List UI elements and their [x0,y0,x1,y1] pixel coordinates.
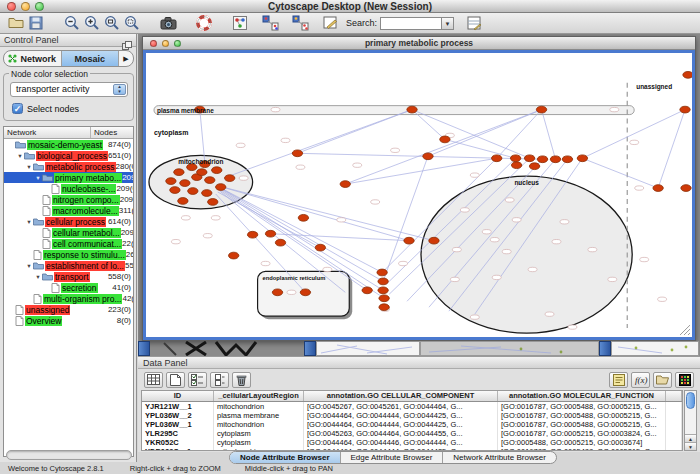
select-all-attributes-icon[interactable] [144,372,163,388]
unselect-attributes-icon[interactable] [210,372,229,388]
network-node[interactable] [178,198,188,205]
search-dropdown-arrow-icon[interactable]: ▼ [442,17,454,30]
network-node[interactable] [216,184,226,191]
table-column-header[interactable]: ID [142,391,214,401]
tree-row[interactable]: response to stimulu...264(0) [4,249,133,260]
scroll-up-icon[interactable]: ▲ [685,434,696,442]
tab-overflow-arrow[interactable]: ▶ [119,51,133,66]
network-node[interactable] [680,106,690,113]
network-node[interactable] [170,187,180,194]
network-node[interactable] [511,162,521,169]
network-node[interactable] [197,169,207,176]
table-scrollbar[interactable]: ▲ ▼ [684,390,697,451]
network-node[interactable] [292,150,302,157]
background-window-fragment[interactable] [316,341,420,356]
tree-row[interactable]: nitrogen compo...209(0) [4,194,133,205]
tree-row[interactable]: cell communicat...22(0) [4,238,133,249]
network-node[interactable] [208,199,218,206]
network-node[interactable] [315,244,325,251]
table-row[interactable]: YLR295Ccytoplasm[GO:0045263, GO:0044464,… [142,429,682,438]
view-zoom-button[interactable] [174,40,181,47]
network-node[interactable] [407,106,417,113]
vizmapper-icon[interactable] [230,14,250,33]
import-attributes-icon[interactable] [653,372,672,388]
table-column-header[interactable]: annotation.GO MOLECULAR_FUNCTION [498,391,666,401]
scrollbar-thumb[interactable] [686,392,695,409]
network-view-titlebar[interactable]: primary metabolic process [143,37,695,50]
table-row[interactable]: YJR121W__1mitochondrion[GO:0045267, GO:0… [142,402,682,411]
help-lifesaver-icon[interactable] [194,14,214,33]
network-node[interactable] [166,178,176,185]
network-node[interactable] [510,155,520,162]
tree-row[interactable]: ▼metabolic process280(0) [4,161,133,172]
table-row[interactable]: YKR052Ccytoplasm[GO:0044464, GO:0044446,… [142,438,682,447]
function-builder-icon[interactable]: f(x) [631,372,650,388]
network-edge[interactable] [428,110,542,157]
network-node[interactable] [205,177,215,184]
background-window-fragment[interactable] [599,341,611,356]
network-node[interactable] [378,287,388,294]
network-node[interactable] [174,169,184,176]
network-node[interactable] [247,231,257,238]
network-node[interactable] [423,153,433,160]
save-session-icon[interactable] [26,14,46,33]
select-attributes-icon[interactable] [188,372,207,388]
zoom-window-button[interactable] [35,2,44,11]
network-node[interactable] [537,156,547,163]
tree-row[interactable]: unassigned223(0) [4,304,133,315]
network-node[interactable] [429,237,439,244]
background-window-fragment[interactable] [611,341,699,356]
tree-row[interactable]: ▼primary metabo...209(... [4,172,133,183]
tree-row[interactable]: Overview8(0) [4,315,133,326]
network-node[interactable] [188,188,198,195]
tab-node-attribute-browser[interactable]: Node Attribute Browser [230,452,341,463]
zoom-in-icon[interactable] [82,14,102,33]
network-node[interactable] [362,287,372,294]
network-node[interactable] [440,136,450,143]
close-window-button[interactable] [7,2,16,11]
network-canvas[interactable]: plasma membranecytoplasmmitochondrionnuc… [143,50,695,340]
network-node[interactable] [228,252,238,259]
table-column-header[interactable]: annotation.GO CELLULAR_COMPONENT [304,391,498,401]
layout-tool-1-icon[interactable] [260,14,280,33]
network-node[interactable] [298,214,308,221]
expand-arrow-icon[interactable]: ▼ [25,263,33,269]
table-row[interactable]: YPL036W__1mitochondrion[GO:0044464, GO:0… [142,420,682,429]
delete-attribute-icon[interactable] [232,372,251,388]
tree-row[interactable]: ▼establishment of lo...558(0) [4,260,133,271]
network-node[interactable] [265,230,275,237]
network-node[interactable] [300,289,310,296]
network-node[interactable] [275,239,285,246]
layout-tool-2-icon[interactable] [290,14,310,33]
network-edge[interactable] [232,110,412,176]
network-edge[interactable] [200,110,205,163]
network-node[interactable] [340,181,350,188]
network-edge[interactable] [345,158,496,184]
expand-arrow-icon[interactable]: ▼ [25,164,33,170]
annotation-icon[interactable] [320,14,340,33]
network-node[interactable] [550,156,560,163]
tree-row[interactable]: ▼biological_process651(0) [4,150,133,161]
network-node[interactable] [653,185,663,192]
network-edge[interactable] [658,110,685,188]
network-edge[interactable] [497,110,542,159]
network-edge[interactable] [297,153,542,159]
expand-arrow-icon[interactable]: ▼ [34,175,42,181]
zoom-out-icon[interactable] [62,14,82,33]
minimize-window-button[interactable] [21,2,30,11]
view-close-button[interactable] [150,40,157,47]
tree-header-network[interactable]: Network [4,127,91,138]
network-edge[interactable] [221,188,383,281]
background-window-fragment[interactable] [420,341,599,356]
resize-grip-icon[interactable] [688,333,690,335]
tree-row[interactable]: mosaic-demo-yeast874(0) [4,139,133,150]
table-row[interactable]: YPL036W__2plasma membrane[GO:0044464, GO… [142,411,682,420]
tree-row[interactable]: ▼cellular process614(0) [4,216,133,227]
network-node[interactable] [404,237,414,244]
tree-row[interactable]: multi-organism pro...42(0) [4,293,133,304]
network-edge[interactable] [582,110,685,159]
network-node[interactable] [577,155,587,162]
network-node[interactable] [180,180,190,187]
network-edge[interactable] [412,110,530,159]
table-column-header[interactable]: _cellularLayoutRegion [214,391,304,401]
